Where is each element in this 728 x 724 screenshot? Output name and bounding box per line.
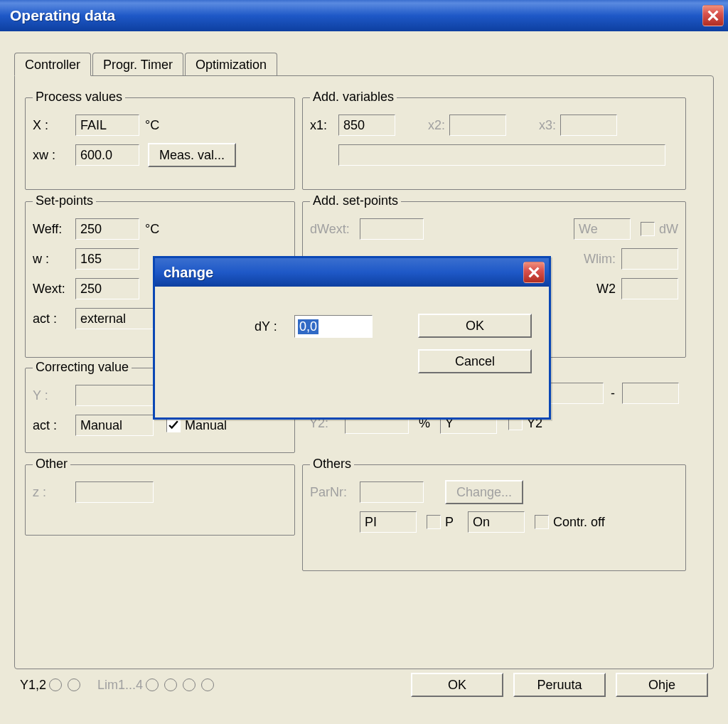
cancel-button[interactable]: Peruuta [513,673,606,697]
group-title: Others [310,457,354,472]
wext-field[interactable]: 250 [75,278,139,299]
y-label: Y : [33,388,75,403]
xw-field: 600.0 [75,144,139,166]
dwext-field [360,218,424,240]
ok-button[interactable]: OK [411,673,503,697]
modal-title: change [164,265,213,281]
p-label: P [445,515,454,530]
group-process-values: Process values X : FAIL °C xw : 600.0 Me… [25,97,295,190]
controff-label: Contr. off [553,515,605,530]
on-field: On [468,511,525,533]
parnr-label: ParNr: [310,485,360,500]
controff-checkbox [535,515,549,529]
y1-radio [49,678,62,691]
w2-label: W2 [596,282,616,297]
tab-row: Controller Progr. Timer Optimization [14,50,714,75]
z-label: z : [33,485,75,500]
window-title: Operating data [10,7,115,24]
y12-label: Y1,2 [20,678,46,693]
group-add-variables: Add. variables x1: 850 x2: x3: [302,97,686,190]
act-field: external [75,308,154,329]
bottom-bar: Y1,2 Lim1...4 OK Peruuta Ohje [14,673,714,697]
x-field: FAIL [75,115,139,136]
lim-label: Lim1...4 [97,678,143,693]
dy-label: dY : [255,319,277,334]
x3-field [560,115,617,136]
x-label: X : [33,118,75,133]
dy-input[interactable]: 0,0 [294,315,373,338]
close-icon[interactable] [702,5,724,26]
lim1-radio [146,678,159,691]
w-label: w : [33,252,75,267]
weff-field: 250 [75,218,139,240]
lim4-radio [201,678,214,691]
x1-label: x1: [310,118,338,133]
p-checkbox [427,515,441,529]
help-button[interactable]: Ohje [616,673,708,697]
group-title: Add. variables [310,90,397,105]
wext-label: Wext: [33,282,75,297]
w-field[interactable]: 165 [75,248,139,270]
x1-field: 850 [338,115,395,136]
x2-field [449,115,506,136]
dy-value: 0,0 [298,319,318,334]
we-field: We [574,218,631,240]
group-others: Others ParNr: Change... PI P On [302,464,686,571]
weff-label: Weff: [33,222,75,237]
group-title: Set-points [33,193,96,208]
group-title: Process values [33,90,125,105]
change-button: Change... [445,480,523,504]
main-titlebar: Operating data [0,0,728,31]
group-title: Other [33,457,70,472]
corr-act-field: Manual [75,415,154,436]
parnr-field [360,481,424,503]
close-icon[interactable] [523,262,545,283]
add-var-long-field [338,144,665,166]
group-title: Correcting value [33,360,132,375]
dw-label: dW [659,222,678,237]
tab-progr-timer[interactable]: Progr. Timer [92,53,183,75]
cv-minus-field [547,383,604,404]
w2-field [621,278,678,299]
x3-label: x3: [520,118,556,133]
z-field [75,481,154,503]
corr-act-label: act : [33,418,75,433]
manual-checkbox[interactable] [166,418,181,432]
pi-field: PI [360,511,417,533]
manual-label: Manual [185,418,227,433]
y2-radio [68,678,80,691]
modal-cancel-button[interactable]: Cancel [418,349,532,373]
wlim-label: Wlim: [573,252,616,267]
group-other: Other z : [25,464,295,536]
wlim-field [621,248,678,270]
x-unit: °C [145,118,159,133]
dwext-label: dWext: [310,222,360,237]
group-title: Add. set-points [310,193,401,208]
lim3-radio [183,678,196,691]
meas-val-button[interactable]: Meas. val... [148,143,236,167]
modal-titlebar: change [155,258,549,287]
cv-minus2-field [622,383,679,404]
lim2-radio [164,678,177,691]
x2-label: x2: [410,118,445,133]
change-dialog: change dY : 0,0 OK Cancel [153,256,551,420]
xw-label: xw : [33,148,75,163]
tab-optimization[interactable]: Optimization [185,53,277,75]
tab-controller[interactable]: Controller [14,53,91,76]
act-label: act : [33,312,75,326]
modal-ok-button[interactable]: OK [418,314,532,338]
dw-checkbox [641,222,655,236]
weff-unit: °C [145,222,159,237]
